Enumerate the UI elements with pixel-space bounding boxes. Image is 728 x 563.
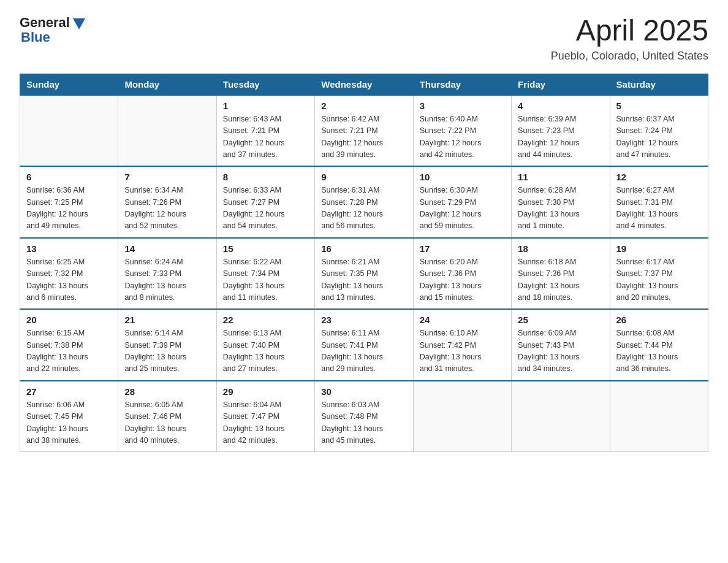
day-info: Sunrise: 6:10 AM Sunset: 7:42 PM Dayligh… (420, 327, 505, 375)
calendar-cell: 24Sunrise: 6:10 AM Sunset: 7:42 PM Dayli… (413, 309, 511, 381)
day-number: 7 (124, 172, 210, 182)
day-info: Sunrise: 6:06 AM Sunset: 7:45 PM Dayligh… (26, 399, 112, 447)
calendar-cell: 29Sunrise: 6:04 AM Sunset: 7:47 PM Dayli… (216, 381, 314, 452)
calendar-cell: 26Sunrise: 6:08 AM Sunset: 7:44 PM Dayli… (610, 309, 708, 381)
day-info: Sunrise: 6:25 AM Sunset: 7:32 PM Dayligh… (26, 256, 112, 304)
day-number: 25 (518, 315, 603, 325)
day-info: Sunrise: 6:22 AM Sunset: 7:34 PM Dayligh… (223, 256, 308, 304)
weekday-header-monday: Monday (118, 74, 216, 95)
calendar-cell (118, 95, 216, 167)
calendar-cell: 6Sunrise: 6:36 AM Sunset: 7:25 PM Daylig… (20, 166, 118, 238)
weekday-header-saturday: Saturday (610, 74, 708, 95)
calendar-table: SundayMondayTuesdayWednesdayThursdayFrid… (20, 74, 708, 453)
day-number: 27 (26, 386, 112, 397)
calendar-cell: 28Sunrise: 6:05 AM Sunset: 7:46 PM Dayli… (118, 381, 216, 452)
calendar-cell: 5Sunrise: 6:37 AM Sunset: 7:24 PM Daylig… (610, 95, 708, 167)
day-number: 26 (616, 315, 702, 325)
day-number: 29 (223, 386, 308, 397)
calendar-cell: 11Sunrise: 6:28 AM Sunset: 7:30 PM Dayli… (512, 166, 610, 238)
day-info: Sunrise: 6:28 AM Sunset: 7:30 PM Dayligh… (518, 185, 603, 232)
calendar-cell: 1Sunrise: 6:43 AM Sunset: 7:21 PM Daylig… (216, 95, 314, 167)
calendar-cell (413, 381, 511, 452)
logo-triangle-icon (73, 18, 85, 29)
day-number: 15 (223, 243, 308, 254)
day-number: 21 (124, 315, 210, 325)
weekday-header-row: SundayMondayTuesdayWednesdayThursdayFrid… (20, 74, 708, 95)
day-number: 5 (616, 101, 702, 111)
page-header: General Blue April 2025 Pueblo, Colorado… (20, 15, 708, 63)
day-number: 2 (321, 101, 406, 111)
day-number: 10 (420, 172, 505, 182)
week-row-5: 27Sunrise: 6:06 AM Sunset: 7:45 PM Dayli… (20, 381, 708, 452)
calendar-cell: 25Sunrise: 6:09 AM Sunset: 7:43 PM Dayli… (512, 309, 610, 381)
calendar-cell: 30Sunrise: 6:03 AM Sunset: 7:48 PM Dayli… (315, 381, 413, 452)
calendar-cell: 10Sunrise: 6:30 AM Sunset: 7:29 PM Dayli… (413, 166, 511, 238)
weekday-header-sunday: Sunday (20, 74, 118, 95)
day-info: Sunrise: 6:17 AM Sunset: 7:37 PM Dayligh… (616, 256, 702, 304)
logo: General Blue (20, 15, 85, 45)
weekday-header-tuesday: Tuesday (216, 74, 314, 95)
week-row-1: 1Sunrise: 6:43 AM Sunset: 7:21 PM Daylig… (20, 95, 708, 167)
calendar-cell: 14Sunrise: 6:24 AM Sunset: 7:33 PM Dayli… (118, 238, 216, 310)
logo-general-text: General (20, 15, 70, 31)
day-number: 3 (420, 101, 505, 111)
calendar-cell: 23Sunrise: 6:11 AM Sunset: 7:41 PM Dayli… (315, 309, 413, 381)
day-number: 18 (518, 243, 603, 254)
calendar-title: April 2025 (551, 15, 708, 47)
day-number: 4 (518, 101, 603, 111)
day-info: Sunrise: 6:13 AM Sunset: 7:40 PM Dayligh… (223, 327, 308, 375)
day-number: 11 (518, 172, 603, 182)
calendar-cell: 15Sunrise: 6:22 AM Sunset: 7:34 PM Dayli… (216, 238, 314, 310)
calendar-subtitle: Pueblo, Colorado, United States (551, 50, 708, 63)
day-info: Sunrise: 6:09 AM Sunset: 7:43 PM Dayligh… (518, 327, 603, 375)
day-info: Sunrise: 6:30 AM Sunset: 7:29 PM Dayligh… (420, 185, 505, 232)
calendar-cell: 27Sunrise: 6:06 AM Sunset: 7:45 PM Dayli… (20, 381, 118, 452)
day-info: Sunrise: 6:36 AM Sunset: 7:25 PM Dayligh… (26, 185, 112, 232)
day-number: 8 (223, 172, 308, 182)
calendar-cell: 22Sunrise: 6:13 AM Sunset: 7:40 PM Dayli… (216, 309, 314, 381)
weekday-header-friday: Friday (512, 74, 610, 95)
calendar-cell: 13Sunrise: 6:25 AM Sunset: 7:32 PM Dayli… (20, 238, 118, 310)
calendar-cell: 9Sunrise: 6:31 AM Sunset: 7:28 PM Daylig… (315, 166, 413, 238)
day-number: 16 (321, 243, 406, 254)
day-number: 13 (26, 243, 112, 254)
day-number: 20 (26, 315, 112, 325)
day-number: 28 (124, 386, 210, 397)
day-info: Sunrise: 6:34 AM Sunset: 7:26 PM Dayligh… (124, 185, 210, 232)
day-info: Sunrise: 6:14 AM Sunset: 7:39 PM Dayligh… (124, 327, 210, 375)
day-info: Sunrise: 6:15 AM Sunset: 7:38 PM Dayligh… (26, 327, 112, 375)
weekday-header-wednesday: Wednesday (315, 74, 413, 95)
day-info: Sunrise: 6:39 AM Sunset: 7:23 PM Dayligh… (518, 113, 603, 161)
day-info: Sunrise: 6:20 AM Sunset: 7:36 PM Dayligh… (420, 256, 505, 304)
day-info: Sunrise: 6:42 AM Sunset: 7:21 PM Dayligh… (321, 113, 406, 161)
day-info: Sunrise: 6:27 AM Sunset: 7:31 PM Dayligh… (616, 185, 702, 232)
title-area: April 2025 Pueblo, Colorado, United Stat… (551, 15, 708, 63)
day-number: 17 (420, 243, 505, 254)
calendar-cell: 3Sunrise: 6:40 AM Sunset: 7:22 PM Daylig… (413, 95, 511, 167)
day-number: 19 (616, 243, 702, 254)
day-info: Sunrise: 6:18 AM Sunset: 7:36 PM Dayligh… (518, 256, 603, 304)
calendar-cell: 18Sunrise: 6:18 AM Sunset: 7:36 PM Dayli… (512, 238, 610, 310)
calendar-cell: 16Sunrise: 6:21 AM Sunset: 7:35 PM Dayli… (315, 238, 413, 310)
calendar-cell (20, 95, 118, 167)
day-number: 12 (616, 172, 702, 182)
day-info: Sunrise: 6:31 AM Sunset: 7:28 PM Dayligh… (321, 185, 406, 232)
day-info: Sunrise: 6:08 AM Sunset: 7:44 PM Dayligh… (616, 327, 702, 375)
calendar-cell: 12Sunrise: 6:27 AM Sunset: 7:31 PM Dayli… (610, 166, 708, 238)
calendar-cell: 7Sunrise: 6:34 AM Sunset: 7:26 PM Daylig… (118, 166, 216, 238)
day-info: Sunrise: 6:04 AM Sunset: 7:47 PM Dayligh… (223, 399, 308, 447)
day-info: Sunrise: 6:03 AM Sunset: 7:48 PM Dayligh… (321, 399, 406, 447)
day-number: 24 (420, 315, 505, 325)
calendar-cell: 8Sunrise: 6:33 AM Sunset: 7:27 PM Daylig… (216, 166, 314, 238)
weekday-header-thursday: Thursday (413, 74, 511, 95)
week-row-4: 20Sunrise: 6:15 AM Sunset: 7:38 PM Dayli… (20, 309, 708, 381)
calendar-cell (512, 381, 610, 452)
calendar-cell: 21Sunrise: 6:14 AM Sunset: 7:39 PM Dayli… (118, 309, 216, 381)
day-info: Sunrise: 6:43 AM Sunset: 7:21 PM Dayligh… (223, 113, 308, 161)
day-number: 9 (321, 172, 406, 182)
day-number: 23 (321, 315, 406, 325)
calendar-cell: 20Sunrise: 6:15 AM Sunset: 7:38 PM Dayli… (20, 309, 118, 381)
day-number: 14 (124, 243, 210, 254)
day-info: Sunrise: 6:37 AM Sunset: 7:24 PM Dayligh… (616, 113, 702, 161)
calendar-cell: 17Sunrise: 6:20 AM Sunset: 7:36 PM Dayli… (413, 238, 511, 310)
